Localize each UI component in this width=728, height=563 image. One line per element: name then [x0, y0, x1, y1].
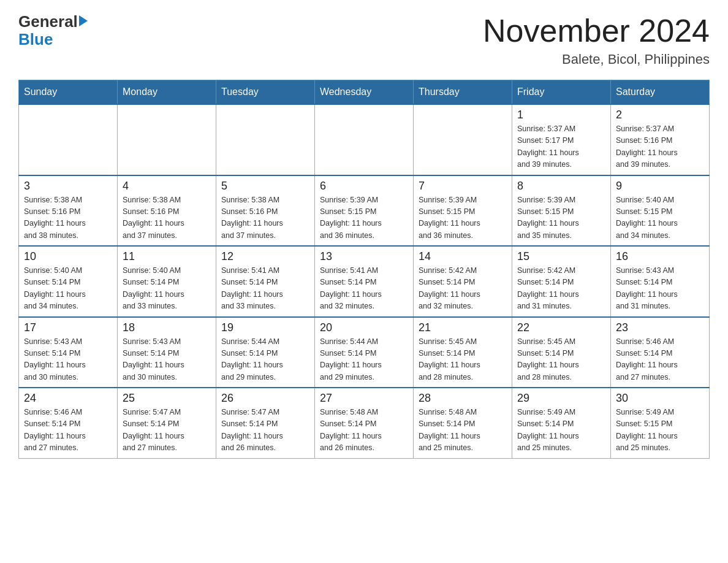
calendar-cell: 23Sunrise: 5:46 AM Sunset: 5:14 PM Dayli…	[611, 317, 710, 388]
day-info: Sunrise: 5:48 AM Sunset: 5:14 PM Dayligh…	[419, 407, 507, 454]
day-info: Sunrise: 5:44 AM Sunset: 5:14 PM Dayligh…	[320, 336, 408, 384]
calendar-cell: 21Sunrise: 5:45 AM Sunset: 5:14 PM Dayli…	[414, 317, 512, 388]
calendar-cell: 17Sunrise: 5:43 AM Sunset: 5:14 PM Dayli…	[19, 317, 118, 388]
month-title: November 2024	[483, 12, 710, 49]
day-number: 5	[221, 180, 309, 193]
calendar-cell: 27Sunrise: 5:48 AM Sunset: 5:14 PM Dayli…	[315, 388, 414, 458]
week-row-1: 1Sunrise: 5:37 AM Sunset: 5:17 PM Daylig…	[19, 104, 710, 175]
day-info: Sunrise: 5:44 AM Sunset: 5:14 PM Dayligh…	[221, 336, 309, 384]
calendar-cell: 16Sunrise: 5:43 AM Sunset: 5:14 PM Dayli…	[611, 246, 710, 317]
calendar-cell: 2Sunrise: 5:37 AM Sunset: 5:16 PM Daylig…	[611, 104, 710, 175]
logo-arrow-icon	[79, 15, 88, 26]
calendar-cell: 13Sunrise: 5:41 AM Sunset: 5:14 PM Dayli…	[315, 246, 414, 317]
day-info: Sunrise: 5:37 AM Sunset: 5:16 PM Dayligh…	[616, 123, 704, 171]
calendar-cell: 30Sunrise: 5:49 AM Sunset: 5:15 PM Dayli…	[611, 388, 710, 458]
week-row-3: 10Sunrise: 5:40 AM Sunset: 5:14 PM Dayli…	[19, 246, 710, 317]
calendar-cell: 5Sunrise: 5:38 AM Sunset: 5:16 PM Daylig…	[216, 175, 315, 247]
day-number: 10	[24, 250, 112, 263]
day-info: Sunrise: 5:38 AM Sunset: 5:16 PM Dayligh…	[24, 194, 112, 242]
title-area: November 2024 Balete, Bicol, Philippines	[483, 12, 710, 67]
day-number: 14	[419, 250, 507, 263]
logo: General Blue	[18, 12, 88, 49]
day-number: 19	[221, 321, 309, 334]
day-info: Sunrise: 5:41 AM Sunset: 5:14 PM Dayligh…	[320, 265, 408, 313]
day-number: 2	[616, 109, 704, 121]
day-info: Sunrise: 5:40 AM Sunset: 5:15 PM Dayligh…	[616, 194, 704, 242]
calendar-cell: 24Sunrise: 5:46 AM Sunset: 5:14 PM Dayli…	[19, 388, 118, 458]
day-info: Sunrise: 5:48 AM Sunset: 5:14 PM Dayligh…	[320, 407, 408, 454]
calendar-cell: 20Sunrise: 5:44 AM Sunset: 5:14 PM Dayli…	[315, 317, 414, 388]
day-info: Sunrise: 5:45 AM Sunset: 5:14 PM Dayligh…	[419, 336, 507, 384]
weekday-header-sunday: Sunday	[19, 80, 118, 105]
calendar-cell: 25Sunrise: 5:47 AM Sunset: 5:14 PM Dayli…	[118, 388, 216, 458]
header: General Blue November 2024 Balete, Bicol…	[18, 12, 710, 67]
day-info: Sunrise: 5:40 AM Sunset: 5:14 PM Dayligh…	[123, 265, 211, 313]
logo-blue-text: Blue	[18, 30, 53, 49]
day-number: 25	[123, 392, 211, 405]
day-info: Sunrise: 5:37 AM Sunset: 5:17 PM Dayligh…	[517, 123, 605, 171]
calendar-cell: 18Sunrise: 5:43 AM Sunset: 5:14 PM Dayli…	[118, 317, 216, 388]
weekday-header-thursday: Thursday	[414, 80, 512, 105]
calendar-cell: 14Sunrise: 5:42 AM Sunset: 5:14 PM Dayli…	[414, 246, 512, 317]
day-number: 24	[24, 392, 112, 405]
day-number: 16	[616, 250, 704, 263]
day-number: 30	[616, 392, 704, 405]
day-number: 22	[517, 321, 605, 334]
calendar-cell: 22Sunrise: 5:45 AM Sunset: 5:14 PM Dayli…	[512, 317, 611, 388]
calendar-cell: 19Sunrise: 5:44 AM Sunset: 5:14 PM Dayli…	[216, 317, 315, 388]
calendar-cell: 11Sunrise: 5:40 AM Sunset: 5:14 PM Dayli…	[118, 246, 216, 317]
calendar-table: SundayMondayTuesdayWednesdayThursdayFrid…	[18, 80, 710, 459]
day-number: 29	[517, 392, 605, 405]
calendar-cell: 29Sunrise: 5:49 AM Sunset: 5:14 PM Dayli…	[512, 388, 611, 458]
calendar-cell: 1Sunrise: 5:37 AM Sunset: 5:17 PM Daylig…	[512, 104, 611, 175]
weekday-header-friday: Friday	[512, 80, 611, 105]
day-number: 3	[24, 180, 112, 193]
week-row-4: 17Sunrise: 5:43 AM Sunset: 5:14 PM Dayli…	[19, 317, 710, 388]
day-number: 4	[123, 180, 211, 193]
calendar-cell: 10Sunrise: 5:40 AM Sunset: 5:14 PM Dayli…	[19, 246, 118, 317]
weekday-header-row: SundayMondayTuesdayWednesdayThursdayFrid…	[19, 80, 710, 105]
calendar-cell: 4Sunrise: 5:38 AM Sunset: 5:16 PM Daylig…	[118, 175, 216, 247]
day-info: Sunrise: 5:39 AM Sunset: 5:15 PM Dayligh…	[419, 194, 507, 242]
day-number: 17	[24, 321, 112, 334]
day-number: 23	[616, 321, 704, 334]
day-number: 12	[221, 250, 309, 263]
day-info: Sunrise: 5:46 AM Sunset: 5:14 PM Dayligh…	[616, 336, 704, 384]
day-info: Sunrise: 5:45 AM Sunset: 5:14 PM Dayligh…	[517, 336, 605, 384]
day-number: 1	[517, 109, 605, 121]
weekday-header-tuesday: Tuesday	[216, 80, 315, 105]
calendar-cell	[19, 104, 118, 175]
day-number: 20	[320, 321, 408, 334]
calendar-cell: 26Sunrise: 5:47 AM Sunset: 5:14 PM Dayli…	[216, 388, 315, 458]
weekday-header-wednesday: Wednesday	[315, 80, 414, 105]
weekday-header-monday: Monday	[118, 80, 216, 105]
day-number: 7	[419, 180, 507, 193]
weekday-header-saturday: Saturday	[611, 80, 710, 105]
calendar-cell: 28Sunrise: 5:48 AM Sunset: 5:14 PM Dayli…	[414, 388, 512, 458]
day-number: 26	[221, 392, 309, 405]
calendar-cell: 12Sunrise: 5:41 AM Sunset: 5:14 PM Dayli…	[216, 246, 315, 317]
day-info: Sunrise: 5:39 AM Sunset: 5:15 PM Dayligh…	[320, 194, 408, 242]
week-row-2: 3Sunrise: 5:38 AM Sunset: 5:16 PM Daylig…	[19, 175, 710, 247]
day-number: 21	[419, 321, 507, 334]
day-info: Sunrise: 5:43 AM Sunset: 5:14 PM Dayligh…	[24, 336, 112, 384]
day-info: Sunrise: 5:40 AM Sunset: 5:14 PM Dayligh…	[24, 265, 112, 313]
calendar-cell	[216, 104, 315, 175]
calendar-cell: 9Sunrise: 5:40 AM Sunset: 5:15 PM Daylig…	[611, 175, 710, 247]
calendar-cell: 6Sunrise: 5:39 AM Sunset: 5:15 PM Daylig…	[315, 175, 414, 247]
day-info: Sunrise: 5:49 AM Sunset: 5:14 PM Dayligh…	[517, 407, 605, 454]
calendar-cell: 3Sunrise: 5:38 AM Sunset: 5:16 PM Daylig…	[19, 175, 118, 247]
day-number: 9	[616, 180, 704, 193]
calendar-cell	[414, 104, 512, 175]
day-number: 11	[123, 250, 211, 263]
logo-general-text: General	[18, 12, 78, 31]
day-info: Sunrise: 5:42 AM Sunset: 5:14 PM Dayligh…	[517, 265, 605, 313]
calendar-cell	[315, 104, 414, 175]
day-number: 6	[320, 180, 408, 193]
day-number: 13	[320, 250, 408, 263]
day-info: Sunrise: 5:41 AM Sunset: 5:14 PM Dayligh…	[221, 265, 309, 313]
day-info: Sunrise: 5:47 AM Sunset: 5:14 PM Dayligh…	[221, 407, 309, 454]
calendar-cell: 7Sunrise: 5:39 AM Sunset: 5:15 PM Daylig…	[414, 175, 512, 247]
day-number: 28	[419, 392, 507, 405]
day-number: 27	[320, 392, 408, 405]
